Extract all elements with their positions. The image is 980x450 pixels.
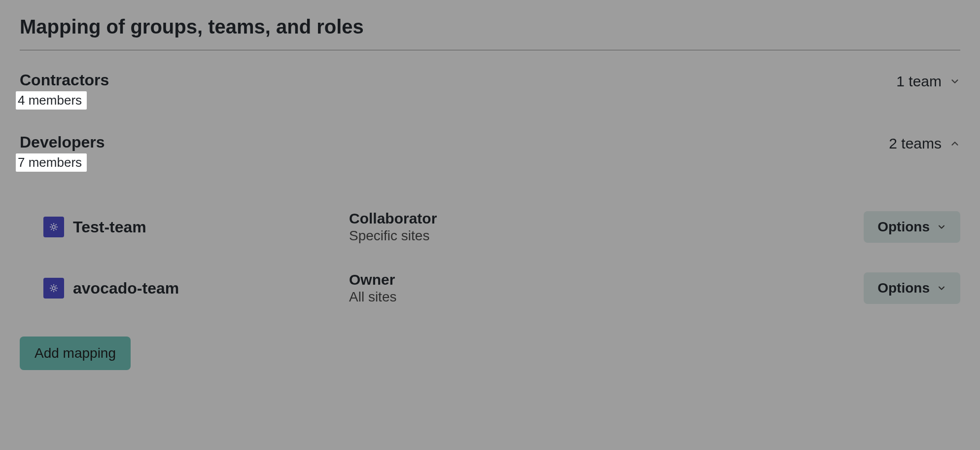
- chevron-down-icon[interactable]: [949, 76, 960, 87]
- team-icon: [43, 278, 64, 299]
- chevron-down-icon: [937, 283, 946, 293]
- chevron-up-icon[interactable]: [949, 138, 960, 149]
- team-role-scope: Specific sites: [349, 228, 615, 244]
- add-mapping-button[interactable]: Add mapping: [20, 337, 131, 370]
- team-name: Test-team: [73, 218, 349, 236]
- svg-point-9: [52, 287, 55, 290]
- svg-line-6: [56, 229, 57, 230]
- team-row: Test-team Collaborator Specific sites Op…: [43, 210, 960, 244]
- group-teams-summary: 2 teams: [889, 135, 942, 152]
- options-button-label: Options: [877, 219, 930, 235]
- svg-line-5: [51, 224, 52, 225]
- groups-list: Contractors 4 members 1 team Developers …: [20, 50, 960, 370]
- svg-line-16: [51, 290, 52, 291]
- group-row-developers[interactable]: Developers 7 members 2 teams: [20, 118, 960, 181]
- svg-line-7: [51, 229, 52, 230]
- team-icon: [43, 217, 64, 237]
- svg-line-14: [51, 285, 52, 286]
- group-teams-summary: 1 team: [896, 73, 942, 90]
- svg-line-8: [56, 224, 57, 225]
- svg-point-0: [52, 225, 55, 228]
- page-title: Mapping of groups, teams, and roles: [20, 16, 960, 50]
- chevron-down-icon: [937, 222, 946, 232]
- options-button[interactable]: Options: [864, 211, 960, 243]
- group-members-count: 7 members: [16, 153, 87, 172]
- team-role-scope: All sites: [349, 289, 615, 305]
- team-row: avocado-team Owner All sites Options: [43, 271, 960, 305]
- team-role: Collaborator: [349, 210, 615, 227]
- team-role: Owner: [349, 271, 615, 288]
- group-name: Developers: [20, 133, 105, 151]
- options-button-label: Options: [877, 280, 930, 296]
- options-button[interactable]: Options: [864, 272, 960, 304]
- group-members-count: 4 members: [16, 91, 87, 110]
- group-row-contractors[interactable]: Contractors 4 members 1 team: [20, 50, 960, 118]
- svg-line-17: [56, 285, 57, 286]
- group-name: Contractors: [20, 71, 109, 89]
- team-name: avocado-team: [73, 279, 349, 298]
- svg-line-15: [56, 290, 57, 291]
- teams-list-developers: Test-team Collaborator Specific sites Op…: [20, 181, 960, 305]
